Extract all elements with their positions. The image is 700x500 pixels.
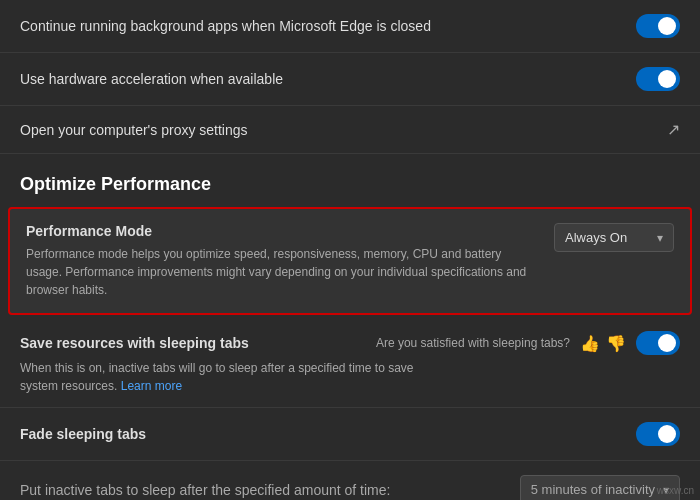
inactive-tabs-row: Put inactive tabs to sleep after the spe…	[0, 461, 700, 500]
external-link-icon[interactable]: ↗	[667, 120, 680, 139]
toggle-track	[636, 67, 680, 91]
settings-container: Continue running background apps when Mi…	[0, 0, 700, 500]
background-apps-row: Continue running background apps when Mi…	[0, 0, 700, 53]
sleeping-tabs-row: Save resources with sleeping tabs Are yo…	[0, 319, 700, 408]
sleeping-tabs-desc-text: When this is on, inactive tabs will go t…	[20, 361, 414, 393]
performance-mode-description: Performance mode helps you optimize spee…	[26, 245, 538, 299]
performance-mode-box: Performance Mode Performance mode helps …	[8, 207, 692, 315]
sleeping-tabs-title: Save resources with sleeping tabs	[20, 335, 249, 351]
toggle-thumb	[658, 70, 676, 88]
performance-mode-title: Performance Mode	[26, 223, 538, 239]
sleeping-tabs-description: When this is on, inactive tabs will go t…	[20, 359, 440, 395]
sleeping-tabs-toggle[interactable]	[636, 331, 680, 355]
watermark: wsxw.cn	[657, 485, 694, 496]
proxy-settings-row: Open your computer's proxy settings ↗	[0, 106, 700, 154]
inactive-tabs-label: Put inactive tabs to sleep after the spe…	[20, 482, 390, 498]
always-on-dropdown[interactable]: Always On ▾	[554, 223, 674, 252]
background-apps-toggle[interactable]	[636, 14, 680, 38]
proxy-settings-label: Open your computer's proxy settings	[20, 122, 667, 138]
background-apps-label: Continue running background apps when Mi…	[20, 18, 636, 34]
always-on-label: Always On	[565, 230, 627, 245]
toggle-track	[636, 422, 680, 446]
fade-sleeping-tabs-row: Fade sleeping tabs	[0, 408, 700, 461]
toggle-track	[636, 331, 680, 355]
chevron-down-icon: ▾	[657, 231, 663, 245]
toggle-thumb	[658, 334, 676, 352]
toggle-track	[636, 14, 680, 38]
hardware-acceleration-row: Use hardware acceleration when available	[0, 53, 700, 106]
thumbs-up-icon[interactable]: 👍	[580, 334, 600, 353]
satisfied-text: Are you satisfied with sleeping tabs?	[376, 336, 570, 350]
learn-more-link[interactable]: Learn more	[121, 379, 182, 393]
thumbs-down-icon[interactable]: 👎	[606, 334, 626, 353]
optimize-section-header: Optimize Performance	[0, 154, 700, 207]
sleeping-tabs-top: Save resources with sleeping tabs Are yo…	[20, 331, 680, 355]
hardware-acceleration-toggle[interactable]	[636, 67, 680, 91]
thumbs-icons: 👍 👎	[580, 334, 626, 353]
toggle-thumb	[658, 17, 676, 35]
fade-sleeping-tabs-toggle[interactable]	[636, 422, 680, 446]
hardware-acceleration-label: Use hardware acceleration when available	[20, 71, 636, 87]
time-label: 5 minutes of inactivity	[531, 482, 655, 497]
toggle-thumb	[658, 425, 676, 443]
fade-sleeping-tabs-label: Fade sleeping tabs	[20, 426, 146, 442]
sleeping-tabs-right: Are you satisfied with sleeping tabs? 👍 …	[376, 331, 680, 355]
performance-mode-content: Performance Mode Performance mode helps …	[26, 223, 538, 299]
